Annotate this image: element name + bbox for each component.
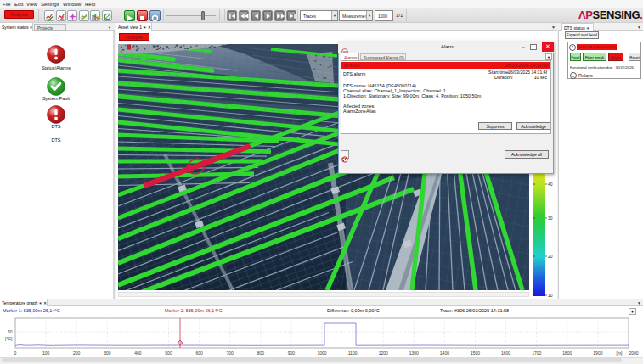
svg-text:2000: 2000 [629,350,638,356]
svg-text:200: 200 [73,350,81,356]
svg-text:50: 50 [8,329,13,334]
svg-text:1500: 1500 [471,350,480,356]
svg-text:1000: 1000 [317,350,326,356]
svg-text:100: 100 [42,350,50,356]
svg-text:1400: 1400 [440,350,449,356]
svg-text:0: 0 [14,350,17,356]
svg-text:300: 300 [104,350,111,356]
svg-text:1800: 1800 [562,350,572,356]
svg-text:800: 800 [257,350,265,356]
svg-text:30: 30 [548,216,553,221]
svg-text:1600: 1600 [501,350,510,356]
svg-text:[°C]: [°C] [5,336,13,341]
svg-text:900: 900 [288,350,296,356]
svg-text:600: 600 [195,350,203,356]
svg-text:700: 700 [227,350,234,356]
svg-text:1300: 1300 [409,350,419,356]
svg-text:500: 500 [165,350,172,356]
svg-text:1700: 1700 [532,350,541,356]
svg-text:400: 400 [134,350,142,356]
svg-text:[m]: [m] [617,350,623,356]
svg-text:1200: 1200 [379,350,388,356]
svg-text:1900: 1900 [593,350,602,356]
svg-text:10: 10 [548,293,553,298]
svg-text:40: 40 [548,182,553,187]
svg-text:1100: 1100 [348,350,358,356]
svg-text:20: 20 [548,254,553,259]
